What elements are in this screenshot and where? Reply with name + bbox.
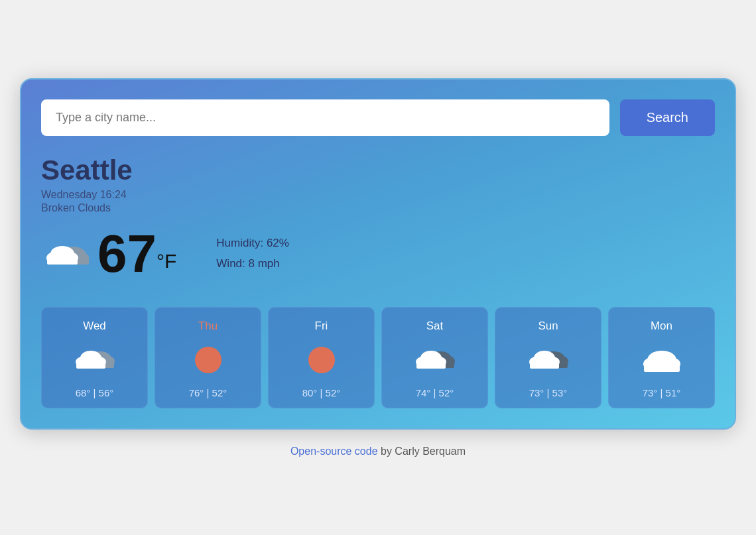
forecast-card-sat: Sat 74° | 52°: [381, 307, 488, 408]
svg-point-17: [308, 347, 335, 373]
forecast-temps-sat: 74° | 52°: [416, 387, 454, 398]
svg-rect-33: [530, 362, 559, 369]
svg-rect-7: [47, 258, 78, 265]
broken-clouds-icon-large: [41, 234, 91, 274]
forecast-temps-mon: 73° | 51°: [643, 387, 681, 398]
forecast-icon-thu: [187, 342, 229, 378]
forecast-icon-sun: [527, 342, 570, 378]
forecast-row: Wed 68° | 56° Thu: [41, 307, 715, 408]
forecast-icon-wed: [74, 342, 116, 378]
footer: Open-source code by Carly Berquam: [290, 446, 466, 457]
forecast-card-fri: Fri 80° | 52°: [268, 307, 375, 408]
open-source-link[interactable]: Open-source code: [290, 446, 378, 457]
forecast-day-thu: Thu: [198, 320, 218, 333]
current-weather: 67°F Humidity: 62% Wind: 8 mph: [41, 227, 715, 280]
forecast-temps-thu: 76° | 52°: [189, 387, 227, 398]
city-condition: Broken Clouds: [41, 202, 715, 214]
city-name: Seattle: [41, 154, 715, 186]
forecast-day-sat: Sat: [426, 320, 444, 333]
wind-display: Wind: 8 mph: [216, 254, 289, 274]
forecast-day-mon: Mon: [651, 320, 672, 333]
weather-app: Search Seattle Wednesday 16:24 Broken Cl…: [20, 78, 736, 430]
svg-point-16: [195, 347, 221, 373]
forecast-card-wed: Wed 68° | 56°: [41, 307, 148, 408]
city-datetime: Wednesday 16:24: [41, 189, 715, 201]
forecast-icon-fri: [300, 342, 343, 378]
forecast-day-wed: Wed: [83, 320, 106, 333]
temp-block: 67°F: [41, 227, 176, 280]
forecast-icon-mon: [641, 342, 683, 378]
temperature-display: 67°F: [97, 227, 176, 280]
forecast-card-thu: Thu 76° | 52°: [155, 307, 261, 408]
forecast-card-mon: Mon 73° | 51°: [608, 307, 715, 408]
svg-rect-25: [416, 362, 446, 369]
forecast-temps-sun: 73° | 53°: [529, 387, 568, 398]
search-button[interactable]: Search: [620, 99, 715, 136]
footer-suffix: by Carly Berquam: [378, 446, 466, 457]
forecast-temps-fri: 80° | 52°: [302, 387, 341, 398]
forecast-day-fri: Fri: [315, 320, 328, 333]
forecast-day-sun: Sun: [538, 320, 558, 333]
forecast-card-sun: Sun 73° | 53°: [495, 307, 601, 408]
svg-rect-15: [76, 362, 105, 369]
humidity-display: Humidity: 62%: [216, 233, 289, 254]
forecast-temps-wed: 68° | 56°: [76, 387, 114, 398]
svg-rect-37: [644, 364, 680, 372]
weather-details: Humidity: 62% Wind: 8 mph: [216, 233, 289, 274]
search-input[interactable]: [41, 99, 609, 136]
search-bar: Search: [41, 99, 715, 136]
forecast-icon-sat: [414, 342, 456, 378]
